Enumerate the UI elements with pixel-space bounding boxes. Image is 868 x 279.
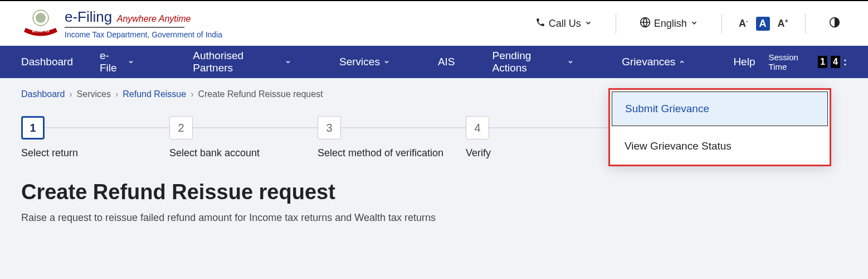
nav-ais[interactable]: AIS bbox=[425, 46, 469, 78]
globe-icon bbox=[640, 17, 651, 31]
nav-label: Grievances bbox=[622, 56, 675, 68]
chevron-down-icon bbox=[128, 56, 134, 68]
session-digit-1: 1 bbox=[818, 56, 827, 68]
breadcrumb-sep: › bbox=[191, 89, 193, 99]
breadcrumb-sep: › bbox=[69, 89, 72, 99]
nav-services[interactable]: Services bbox=[326, 46, 403, 78]
nav-help[interactable]: Help bbox=[720, 46, 768, 78]
text-size-plus[interactable]: A+ bbox=[778, 17, 788, 30]
nav-label: Authorised Partners bbox=[193, 50, 281, 74]
nav-efile[interactable]: e-File bbox=[86, 46, 148, 78]
breadcrumb-dashboard[interactable]: Dashboard bbox=[21, 89, 65, 99]
step-2[interactable]: 2 Select bank account bbox=[169, 116, 318, 159]
emblem-icon: INCOME TAX bbox=[21, 7, 60, 40]
session-colon: : bbox=[843, 56, 847, 68]
separator bbox=[616, 13, 616, 33]
step-number: 3 bbox=[318, 116, 341, 140]
dropdown-submit-grievance[interactable]: Submit Grievance bbox=[612, 92, 828, 126]
separator bbox=[721, 13, 722, 33]
contrast-toggle[interactable] bbox=[822, 17, 847, 31]
step-4[interactable]: 4 Verify bbox=[466, 116, 614, 159]
step-number: 2 bbox=[169, 116, 193, 140]
logo-tagline: Anywhere Anytime bbox=[117, 14, 191, 23]
page-description: Raise a request to reissue failed refund… bbox=[21, 212, 847, 224]
nav-pending[interactable]: Pending Actions bbox=[479, 46, 588, 78]
nav-grievances[interactable]: Grievances bbox=[608, 46, 699, 78]
call-us-button[interactable]: Call Us bbox=[529, 17, 599, 30]
language-button[interactable]: English bbox=[633, 17, 705, 31]
chevron-down-icon bbox=[285, 56, 291, 68]
text-size-normal[interactable]: A bbox=[756, 17, 770, 31]
nav-label: Help bbox=[733, 56, 755, 68]
nav-label: AIS bbox=[438, 56, 455, 68]
nav-label: e-File bbox=[100, 50, 124, 74]
chevron-down-icon bbox=[383, 56, 390, 68]
main-nav: Dashboard e-File Authorised Partners Ser… bbox=[0, 46, 868, 78]
separator bbox=[805, 13, 806, 33]
svg-text:INCOME TAX: INCOME TAX bbox=[32, 30, 50, 33]
step-connector bbox=[45, 127, 169, 128]
breadcrumb-current: Create Refund Reissue request bbox=[198, 89, 323, 99]
breadcrumb-refund[interactable]: Refund Reissue bbox=[123, 89, 186, 99]
contrast-icon bbox=[829, 17, 840, 31]
session-time: Session Time 1 4 : bbox=[768, 52, 847, 71]
step-label: Select method of verification bbox=[318, 147, 443, 159]
step-number: 4 bbox=[466, 116, 489, 140]
breadcrumb-services: Services bbox=[77, 89, 111, 99]
session-digit-2: 4 bbox=[831, 56, 840, 68]
step-connector bbox=[489, 127, 614, 128]
site-logo[interactable]: INCOME TAX e-Filing Anywhere Anytime Inc… bbox=[21, 7, 222, 40]
step-number: 1 bbox=[21, 116, 45, 140]
step-3[interactable]: 3 Select method of verification bbox=[318, 116, 466, 159]
chevron-down-icon bbox=[690, 18, 698, 30]
step-connector bbox=[341, 127, 466, 128]
chevron-down-icon bbox=[567, 56, 574, 68]
step-label: Select bank account bbox=[169, 147, 260, 159]
dropdown-view-status[interactable]: View Grievance Status bbox=[610, 128, 830, 165]
nav-dashboard[interactable]: Dashboard bbox=[21, 46, 86, 78]
language-label: English bbox=[654, 18, 687, 30]
step-label: Verify bbox=[466, 147, 491, 159]
nav-label: Pending Actions bbox=[492, 50, 564, 74]
text-size-minus[interactable]: A- bbox=[739, 17, 748, 30]
grievances-dropdown: Submit Grievance View Grievance Status bbox=[608, 88, 831, 166]
logo-subtitle: Income Tax Department, Government of Ind… bbox=[65, 30, 222, 39]
logo-main-text: e-Filing bbox=[65, 8, 112, 25]
session-label: Session Time bbox=[768, 52, 815, 71]
breadcrumb-sep: › bbox=[115, 89, 118, 99]
chevron-down-icon bbox=[584, 18, 592, 30]
svg-point-1 bbox=[36, 13, 46, 23]
call-us-label: Call Us bbox=[549, 18, 581, 30]
top-header: INCOME TAX e-Filing Anywhere Anytime Inc… bbox=[0, 1, 868, 46]
nav-label: Dashboard bbox=[21, 56, 73, 68]
step-connector bbox=[193, 127, 318, 128]
phone-icon bbox=[535, 17, 545, 30]
page-title: Create Refund Reissue request bbox=[21, 180, 847, 204]
chevron-up-icon bbox=[679, 56, 685, 68]
step-label: Select return bbox=[21, 147, 78, 159]
step-1[interactable]: 1 Select return bbox=[21, 116, 169, 159]
nav-label: Services bbox=[339, 56, 380, 68]
nav-partners[interactable]: Authorised Partners bbox=[179, 46, 305, 78]
text-size-controls: A- A A+ bbox=[739, 17, 788, 31]
